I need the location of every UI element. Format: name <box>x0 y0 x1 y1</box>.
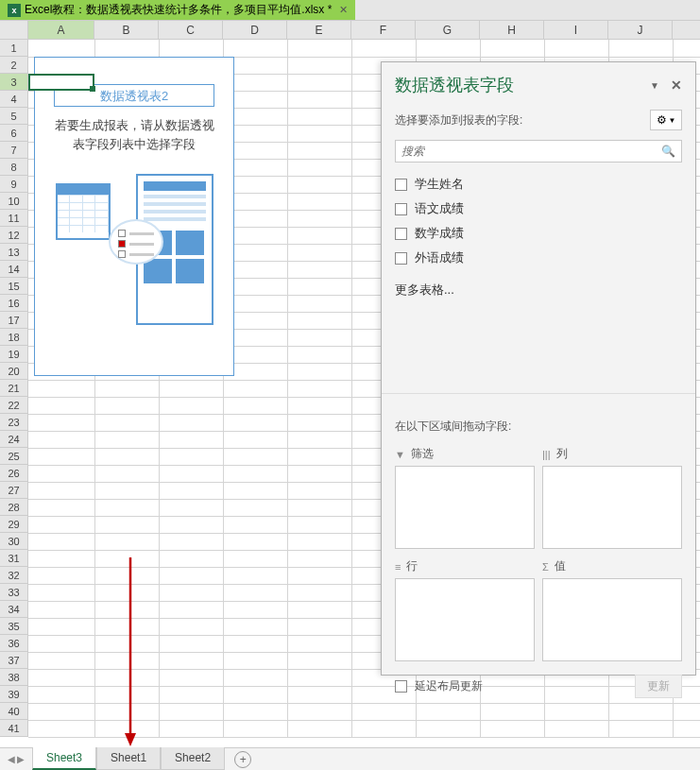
row-header-38[interactable]: 38 <box>0 669 27 686</box>
field-checkbox[interactable] <box>395 228 407 240</box>
filter-dropzone[interactable] <box>395 466 535 549</box>
fields-list: 学生姓名语文成绩数学成绩外语成绩 <box>382 172 695 270</box>
row-header-22[interactable]: 22 <box>0 397 27 414</box>
values-area[interactable]: Σ值 <box>542 556 682 661</box>
select-all-corner[interactable] <box>0 21 28 39</box>
columns-area[interactable]: |||列 <box>542 444 682 549</box>
filter-area[interactable]: ▼筛选 <box>395 444 535 549</box>
defer-layout-checkbox[interactable] <box>395 680 407 693</box>
col-header-A[interactable]: A <box>28 21 94 39</box>
col-header-J[interactable]: J <box>608 21 673 39</box>
col-header-C[interactable]: C <box>159 21 223 39</box>
update-button[interactable]: 更新 <box>635 675 682 698</box>
sheet-tab-sheet1[interactable]: Sheet1 <box>96 747 161 770</box>
row-header-31[interactable]: 31 <box>0 550 27 567</box>
row-header-27[interactable]: 27 <box>0 482 27 499</box>
values-dropzone[interactable] <box>542 578 682 661</box>
search-input[interactable] <box>401 145 661 158</box>
columns-dropzone[interactable] <box>542 466 682 549</box>
row-header-25[interactable]: 25 <box>0 448 27 465</box>
field-item[interactable]: 外语成绩 <box>395 246 682 270</box>
row-header-14[interactable]: 14 <box>0 261 27 278</box>
columns-icon: ||| <box>542 449 551 460</box>
field-label: 外语成绩 <box>415 249 464 266</box>
row-header-28[interactable]: 28 <box>0 499 27 516</box>
col-header-B[interactable]: B <box>94 21 159 39</box>
close-pane-icon[interactable]: ✕ <box>671 77 682 93</box>
row-header-16[interactable]: 16 <box>0 295 27 312</box>
row-header-29[interactable]: 29 <box>0 516 27 533</box>
row-header-3[interactable]: 3 <box>0 74 27 91</box>
row-header-35[interactable]: 35 <box>0 618 27 635</box>
row-header-2[interactable]: 2 <box>0 57 27 74</box>
sheet-tab-sheet2[interactable]: Sheet2 <box>161 747 225 770</box>
row-header-18[interactable]: 18 <box>0 329 27 346</box>
close-icon[interactable]: ✕ <box>339 4 348 16</box>
fields-search[interactable]: 🔍 <box>395 140 682 163</box>
row-header-23[interactable]: 23 <box>0 414 27 431</box>
sheet-tabs-holder: Sheet3Sheet1Sheet2 <box>32 748 225 770</box>
pivot-title: 数据透视表2 <box>54 84 214 107</box>
row-header-7[interactable]: 7 <box>0 142 27 159</box>
pane-dropdown-icon[interactable]: ▼ <box>650 80 659 91</box>
row-header-5[interactable]: 5 <box>0 108 27 125</box>
pivot-illustration <box>52 174 217 330</box>
col-header-I[interactable]: I <box>544 21 608 39</box>
add-sheet-button[interactable]: + <box>234 751 251 768</box>
row-header-17[interactable]: 17 <box>0 312 27 329</box>
row-header-6[interactable]: 6 <box>0 125 27 142</box>
pivot-table-placeholder[interactable]: 数据透视表2 若要生成报表，请从数据透视 表字段列表中选择字段 <box>34 57 234 376</box>
row-header-8[interactable]: 8 <box>0 159 27 176</box>
col-header-G[interactable]: G <box>416 21 480 39</box>
row-header-9[interactable]: 9 <box>0 176 27 193</box>
row-header-24[interactable]: 24 <box>0 431 27 448</box>
row-header-39[interactable]: 39 <box>0 686 27 703</box>
file-tab[interactable]: x Excel教程：数据透视表快速统计多条件，多项目平均值.xlsx * ✕ <box>0 0 355 20</box>
row-header-36[interactable]: 36 <box>0 635 27 652</box>
col-header-E[interactable]: E <box>287 21 351 39</box>
field-checkbox[interactable] <box>395 179 407 191</box>
row-header-10[interactable]: 10 <box>0 193 27 210</box>
row-header-34[interactable]: 34 <box>0 601 27 618</box>
col-header-F[interactable]: F <box>351 21 416 39</box>
row-header-30[interactable]: 30 <box>0 533 27 550</box>
pane-title: 数据透视表字段 <box>395 74 650 96</box>
row-header-32[interactable]: 32 <box>0 567 27 584</box>
row-header-12[interactable]: 12 <box>0 227 27 244</box>
rows-dropzone[interactable] <box>395 578 535 661</box>
field-item[interactable]: 语文成绩 <box>395 197 682 221</box>
rows-area[interactable]: ≡行 <box>395 556 535 661</box>
search-icon[interactable]: 🔍 <box>661 145 675 158</box>
more-tables-link[interactable]: 更多表格... <box>382 270 695 310</box>
nav-next-icon[interactable]: ▶ <box>17 754 25 764</box>
row-header-41[interactable]: 41 <box>0 720 27 737</box>
row-header-20[interactable]: 20 <box>0 363 27 380</box>
col-header-H[interactable]: H <box>480 21 544 39</box>
field-label: 数学成绩 <box>415 225 464 242</box>
row-header-4[interactable]: 4 <box>0 91 27 108</box>
row-header-1[interactable]: 1 <box>0 40 27 57</box>
row-header-33[interactable]: 33 <box>0 584 27 601</box>
file-tab-bar: x Excel教程：数据透视表快速统计多条件，多项目平均值.xlsx * ✕ <box>0 0 700 21</box>
field-item[interactable]: 学生姓名 <box>395 172 682 197</box>
chevron-down-icon: ▼ <box>669 116 676 125</box>
sheet-tab-sheet3[interactable]: Sheet3 <box>32 747 96 770</box>
row-header-21[interactable]: 21 <box>0 380 27 397</box>
sheet-tab-bar: ◀ ▶ Sheet3Sheet1Sheet2 + <box>0 747 700 770</box>
row-header-19[interactable]: 19 <box>0 346 27 363</box>
row-header-26[interactable]: 26 <box>0 465 27 482</box>
row-header-40[interactable]: 40 <box>0 703 27 720</box>
fields-layout-button[interactable]: ⚙ ▼ <box>650 110 682 130</box>
field-checkbox[interactable] <box>395 252 407 265</box>
defer-layout-label: 延迟布局更新 <box>415 678 627 694</box>
col-header-D[interactable]: D <box>223 21 287 39</box>
row-header-13[interactable]: 13 <box>0 244 27 261</box>
field-label: 学生姓名 <box>415 176 464 193</box>
row-header-15[interactable]: 15 <box>0 278 27 295</box>
row-header-37[interactable]: 37 <box>0 652 27 669</box>
field-item[interactable]: 数学成绩 <box>395 221 682 246</box>
sheet-nav-buttons[interactable]: ◀ ▶ <box>0 754 32 764</box>
nav-prev-icon[interactable]: ◀ <box>8 754 15 764</box>
row-header-11[interactable]: 11 <box>0 210 27 227</box>
field-checkbox[interactable] <box>395 203 407 215</box>
